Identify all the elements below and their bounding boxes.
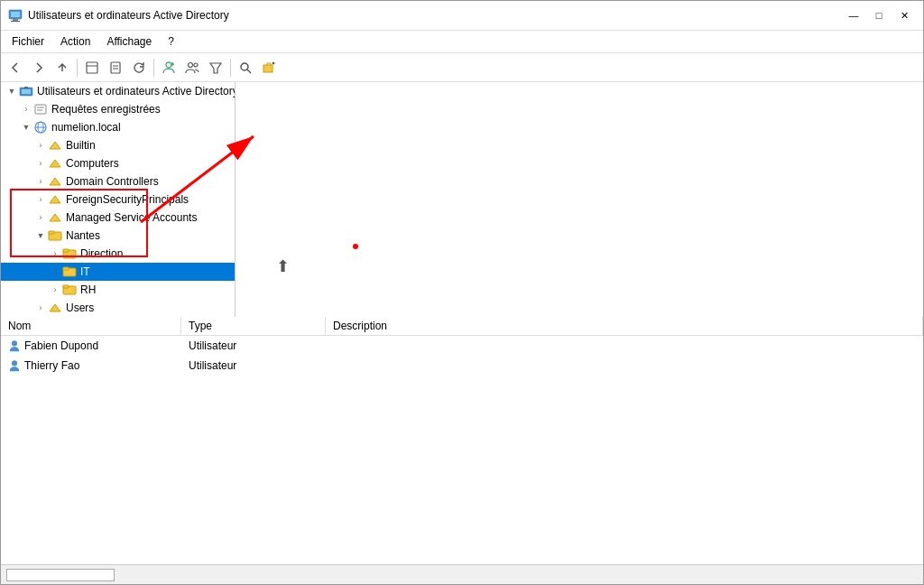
tree-managed-label: Managed Service Accounts [66,211,197,224]
svg-point-9 [166,62,171,68]
computers-icon [48,156,62,171]
root-expander: ▼ [5,84,19,98]
new-user-button[interactable] [158,57,180,79]
tree-root-label: Utilisateurs et ordinateurs Active Direc… [37,85,236,98]
computers-expander: › [33,156,48,171]
svg-marker-33 [50,178,60,185]
svg-point-46 [12,360,17,366]
separator-3 [230,59,231,77]
svg-rect-25 [35,105,46,114]
svg-marker-31 [50,142,60,149]
tree-item-builtin[interactable]: › Builtin [1,136,235,154]
maximize-button[interactable]: □ [867,6,891,24]
rh-expander: › [48,283,62,297]
title-bar-left: Utilisateurs et ordinateurs Active Direc… [8,8,229,23]
close-button[interactable]: ✕ [892,6,916,24]
dc-expander: › [33,174,48,189]
up-button[interactable] [51,57,73,79]
svg-rect-2 [13,19,18,21]
svg-marker-34 [50,196,60,203]
col-header-description[interactable]: Description [326,317,923,335]
red-dot [353,244,358,249]
svg-point-15 [241,63,248,70]
filter-button[interactable] [205,57,226,79]
list-row[interactable]: Thierry Fao Utilisateur [1,356,923,376]
col-header-nom[interactable]: Nom [1,317,181,335]
svg-rect-3 [11,21,20,22]
tree-panel: ▼ Utilisateurs et ordinateurs Active Dir… [1,82,236,317]
svg-rect-41 [63,267,69,270]
cell-type-1: Utilisateur [189,359,333,372]
tree-nantes-label: Nantes [66,229,100,242]
menu-help[interactable]: ? [161,32,181,51]
tree-saved-queries-label: Requêtes enregistrées [51,103,161,116]
svg-line-16 [247,70,251,73]
tree-item-foreign[interactable]: › ForeignSecurityPrincipals [1,190,235,209]
tree-numelion-label: numelion.local [51,121,121,134]
menu-affichage[interactable]: Affichage [99,32,159,51]
tree-it-label: IT [80,265,90,278]
managed-expander: › [33,210,48,225]
tree-direction-label: Direction [80,247,123,260]
users-expander: › [33,301,48,315]
forward-button[interactable] [28,57,50,79]
status-bar [1,564,923,584]
svg-rect-39 [63,249,69,252]
tree-item-direction[interactable]: › Direction [1,245,235,263]
tree-foreign-label: ForeignSecurityPrincipals [66,193,189,206]
managed-icon [48,210,62,225]
tree-item-dc[interactable]: › Domain Controllers [1,172,235,190]
menu-fichier[interactable]: Fichier [5,32,51,51]
svg-marker-35 [50,214,60,221]
menu-action[interactable]: Action [53,32,97,51]
svg-point-45 [12,340,17,346]
rh-icon [62,283,77,297]
svg-marker-14 [210,63,221,73]
refresh-button[interactable] [128,57,150,79]
window-body: ▼ Utilisateurs et ordinateurs Active Dir… [1,82,923,564]
saved-queries-expander: › [19,102,33,116]
tree-rh-label: RH [80,283,96,296]
tree-item-it[interactable]: › IT [1,263,235,281]
list-header: Nom Type Description [1,317,923,336]
show-hide-button[interactable] [81,57,103,79]
properties-button[interactable] [105,57,126,79]
tree-computers-label: Computers [66,157,119,170]
cell-nom-0: Fabien Dupond [8,339,189,352]
svg-marker-32 [50,160,60,167]
toolbar [1,53,923,82]
minimize-button[interactable]: — [842,6,865,24]
list-row[interactable]: Fabien Dupond Utilisateur [1,336,923,356]
tree-dc-label: Domain Controllers [66,175,159,188]
status-scroll[interactable] [6,569,115,581]
svg-rect-23 [22,89,31,94]
cell-nom-1: Thierry Fao [8,359,189,372]
tree-item-computers[interactable]: › Computers [1,154,235,172]
tree-item-numelion[interactable]: ▼ numelion.local [1,118,235,136]
svg-rect-24 [24,87,28,88]
tree-item-saved-queries[interactable]: › Requêtes enregistrées [1,100,235,118]
window-title: Utilisateurs et ordinateurs Active Direc… [28,9,229,22]
root-icon [19,84,33,98]
svg-point-13 [194,63,198,67]
numelion-expander: ▼ [19,120,33,135]
move-button[interactable] [258,57,280,79]
title-bar: Utilisateurs et ordinateurs Active Direc… [1,1,923,31]
it-icon [62,265,77,279]
col-header-type[interactable]: Type [181,317,326,335]
user-icon-1 [8,359,21,372]
tree-item-managed[interactable]: › Managed Service Accounts [1,209,235,227]
cell-type-0: Utilisateur [189,339,333,352]
tree-item-nantes[interactable]: ▼ Nantes [1,227,235,245]
tree-root[interactable]: ▼ Utilisateurs et ordinateurs Active Dir… [1,82,235,100]
app-icon [8,8,23,23]
tree-item-rh[interactable]: › RH [1,281,235,299]
nantes-expander: ▼ [33,228,48,243]
search-button[interactable] [235,57,256,79]
direction-icon [62,246,77,261]
back-button[interactable] [5,57,26,79]
tree-users-label: Users [66,302,94,314]
new-group-button[interactable] [181,57,203,79]
tree-item-users[interactable]: › Users [1,299,235,317]
main-window: Utilisateurs et ordinateurs Active Direc… [0,0,924,585]
